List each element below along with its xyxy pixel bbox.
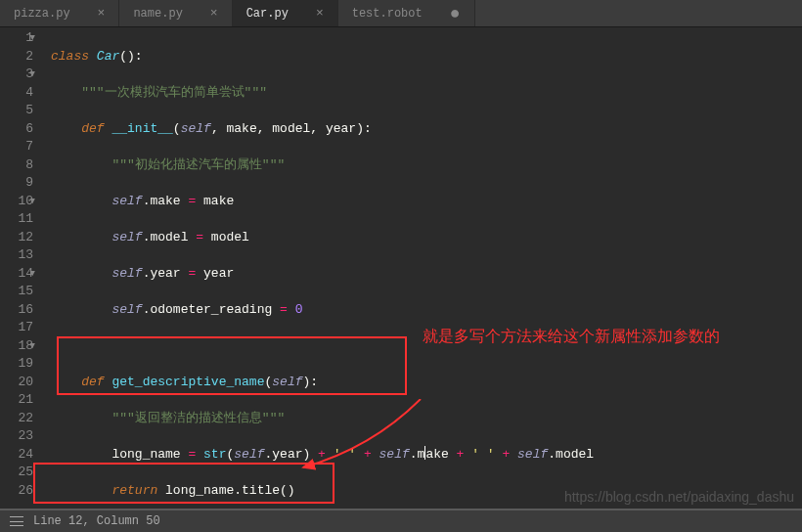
annotation-text: 就是多写个方法来给这个新属性添加参数的: [423, 325, 794, 348]
tab-car[interactable]: Car.py×: [233, 0, 338, 26]
tab-bar: pizza.py× name.py× Car.py× test.robot●: [0, 0, 802, 27]
tab-label: test.robot: [352, 7, 423, 21]
close-icon[interactable]: ×: [98, 6, 106, 21]
tab-label: Car.py: [246, 7, 289, 21]
cursor-position: Line 12, Column 50: [33, 514, 160, 528]
editor[interactable]: 1▼23▼45678910▼11121314▼15161718▼19202122…: [0, 27, 802, 507]
tab-label: name.py: [133, 7, 182, 21]
tab-test[interactable]: test.robot●: [338, 0, 475, 26]
menu-icon[interactable]: [10, 516, 23, 526]
close-icon[interactable]: ×: [316, 6, 324, 21]
code-area[interactable]: class Car(): """一次模拟汽车的简单尝试""" def __ini…: [43, 27, 802, 507]
close-icon[interactable]: ×: [210, 6, 218, 21]
tab-name[interactable]: name.py×: [119, 0, 232, 26]
watermark: https://blog.csdn.net/paidaxing_dashu: [564, 489, 794, 505]
tab-pizza[interactable]: pizza.py×: [0, 0, 119, 26]
tab-label: pizza.py: [14, 7, 70, 21]
line-gutter: 1▼23▼45678910▼11121314▼15161718▼19202122…: [0, 27, 43, 507]
status-bar: Line 12, Column 50: [0, 509, 802, 532]
